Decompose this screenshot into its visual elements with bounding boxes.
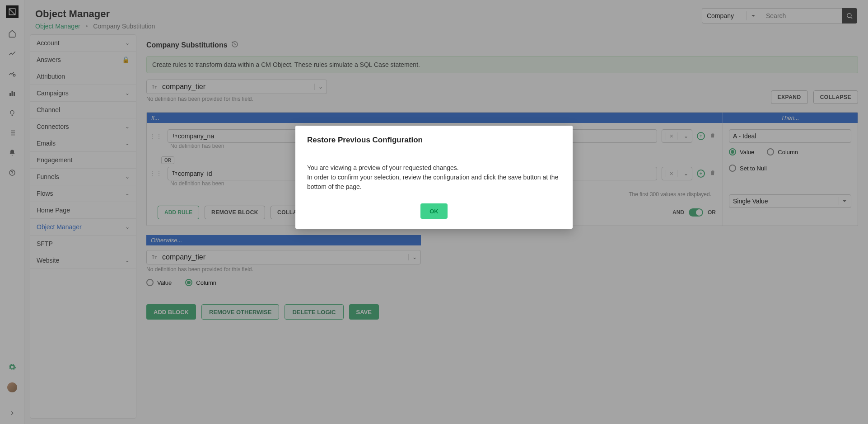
modal-body: You are viewing a preview of your reques… [307, 163, 561, 192]
modal-overlay[interactable]: Restore Previous Configuration You are v… [0, 0, 868, 424]
restore-config-modal: Restore Previous Configuration You are v… [295, 126, 573, 229]
modal-title: Restore Previous Configuration [307, 136, 561, 145]
ok-button[interactable]: OK [420, 203, 448, 219]
